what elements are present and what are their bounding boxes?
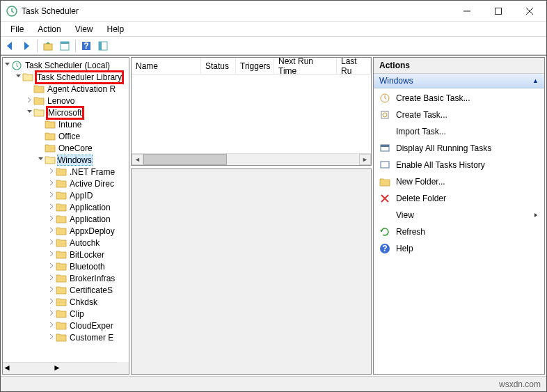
expand-icon[interactable] xyxy=(47,239,56,246)
expand-icon[interactable] xyxy=(25,97,33,104)
expand-icon[interactable] xyxy=(47,227,56,235)
tree-item[interactable]: Active Direc xyxy=(3,178,129,189)
tree-item[interactable]: AppID xyxy=(3,189,129,201)
up-button[interactable] xyxy=(40,38,56,54)
delete-icon xyxy=(379,193,390,204)
tree-item[interactable]: Application xyxy=(3,213,129,225)
tree-item[interactable]: Agent Activation R xyxy=(3,83,129,95)
expand-icon[interactable] xyxy=(36,156,45,164)
expand-icon[interactable] xyxy=(47,322,56,329)
tree-item[interactable]: Customer E xyxy=(3,331,129,343)
tree-windows[interactable]: Windows xyxy=(3,154,129,166)
action-create-task[interactable]: Create Task... xyxy=(374,107,544,123)
actions-context[interactable]: Windows ▲ xyxy=(374,74,544,88)
expand-icon[interactable] xyxy=(47,286,56,294)
folder-icon xyxy=(56,166,67,178)
tree-item-label: Customer E xyxy=(68,333,115,343)
expand-icon[interactable] xyxy=(47,298,56,306)
folder-icon xyxy=(56,320,67,331)
expand-icon[interactable] xyxy=(47,203,56,211)
tree-item[interactable]: Intune xyxy=(3,118,129,130)
action-view[interactable]: View xyxy=(374,207,544,224)
menu-help[interactable]: Help xyxy=(100,23,132,36)
expand-icon[interactable] xyxy=(47,262,56,270)
tree-library[interactable]: Task Scheduler Library xyxy=(3,71,129,83)
expand-icon[interactable] xyxy=(47,274,56,282)
task-h-scrollbar[interactable]: ◄► xyxy=(132,153,371,165)
tree-item[interactable]: Application xyxy=(3,201,129,213)
close-button[interactable] xyxy=(514,1,545,21)
svg-rect-7 xyxy=(61,42,69,44)
view-large-button[interactable] xyxy=(95,38,111,54)
tree-item[interactable]: Autochk xyxy=(3,237,129,249)
tree-item[interactable]: AppxDeploy xyxy=(3,225,129,237)
col-triggers[interactable]: Triggers xyxy=(236,58,274,74)
tree[interactable]: Task Scheduler (Local)Task Scheduler Lib… xyxy=(3,58,129,345)
tree-item[interactable]: Clip xyxy=(3,308,129,320)
tree-item[interactable]: OneCore xyxy=(3,142,129,154)
tree-item[interactable]: BrokerInfras xyxy=(3,272,129,284)
action-create-basic-task[interactable]: Create Basic Task... xyxy=(374,90,544,107)
expand-icon[interactable] xyxy=(14,73,22,81)
tree-microsoft[interactable]: Microsoft xyxy=(3,107,129,118)
tree-item-label: AppID xyxy=(68,191,94,201)
action-import-task[interactable]: Import Task... xyxy=(374,123,544,140)
app-icon xyxy=(6,6,17,17)
expand-icon[interactable] xyxy=(47,168,56,175)
col-status[interactable]: Status xyxy=(201,58,236,74)
back-button[interactable] xyxy=(2,38,17,54)
col-last-run[interactable]: Last Ru xyxy=(337,58,371,74)
expand-icon[interactable] xyxy=(47,334,56,341)
action-enable-all-tasks-history[interactable]: Enable All Tasks History xyxy=(374,157,544,173)
maximize-button[interactable] xyxy=(482,1,514,21)
minimize-button[interactable] xyxy=(451,1,482,21)
expand-icon[interactable] xyxy=(47,310,56,317)
folder-icon xyxy=(45,131,56,142)
tree-item[interactable]: Chkdsk xyxy=(3,296,129,308)
folder-icon xyxy=(45,143,56,154)
help-button[interactable]: ? xyxy=(79,38,94,54)
menu-action[interactable]: Action xyxy=(31,23,68,36)
col-next-run[interactable]: Next Run Time xyxy=(274,58,337,74)
action-refresh[interactable]: Refresh xyxy=(374,224,544,240)
folder-icon xyxy=(56,214,67,225)
expand-icon[interactable] xyxy=(3,61,11,69)
action-delete-folder[interactable]: Delete Folder xyxy=(374,190,544,207)
col-name[interactable]: Name xyxy=(132,58,201,74)
tree-item-label: Intune xyxy=(57,120,83,130)
tree-item-label: .NET Frame xyxy=(68,167,116,177)
expand-icon[interactable] xyxy=(47,251,56,258)
tree-pane: Task Scheduler (Local)Task Scheduler Lib… xyxy=(2,57,129,375)
tree-item[interactable]: Bluetooth xyxy=(3,260,129,272)
expand-icon[interactable] xyxy=(25,109,33,116)
tree-item[interactable]: Lenovo xyxy=(3,95,129,107)
action-label: View xyxy=(396,210,414,220)
menu-view[interactable]: View xyxy=(68,23,100,36)
expand-icon[interactable] xyxy=(47,191,56,199)
action-help[interactable]: ?Help xyxy=(374,240,544,257)
tree-item-label: Application xyxy=(68,214,112,224)
expand-icon[interactable] xyxy=(47,215,56,223)
tree-item[interactable]: CertificateS xyxy=(3,284,129,296)
svg-marker-3 xyxy=(24,42,29,50)
expand-icon[interactable] xyxy=(47,180,56,187)
forward-button[interactable] xyxy=(19,38,34,54)
folder-icon xyxy=(56,226,67,237)
action-label: Create Task... xyxy=(396,110,447,120)
tree-root[interactable]: Task Scheduler (Local) xyxy=(3,59,129,71)
action-new-folder[interactable]: New Folder... xyxy=(374,173,544,190)
tree-item[interactable]: .NET Frame xyxy=(3,166,129,178)
toolbar: ? xyxy=(1,37,546,55)
menu-file[interactable]: File xyxy=(3,23,31,36)
view-small-button[interactable] xyxy=(57,38,72,54)
action-label: Help xyxy=(396,244,413,253)
none-icon xyxy=(379,210,390,221)
action-display-all-running-tasks[interactable]: Display All Running Tasks xyxy=(374,140,544,157)
tree-h-scrollbar[interactable]: ◄► xyxy=(3,362,117,374)
actions-context-label: Windows xyxy=(379,76,413,86)
tree-item[interactable]: BitLocker xyxy=(3,249,129,260)
folder-icon xyxy=(56,261,67,272)
tree-item[interactable]: CloudExper xyxy=(3,320,129,331)
tree-item[interactable]: Office xyxy=(3,130,129,142)
tree-item-label: BrokerInfras xyxy=(68,274,116,283)
